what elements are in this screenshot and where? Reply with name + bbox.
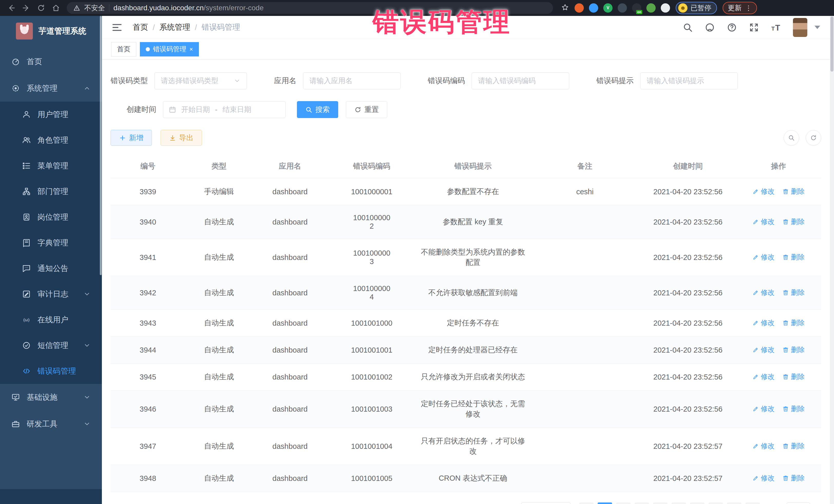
cell-app: dashboard xyxy=(253,178,327,205)
search-icon[interactable] xyxy=(683,22,693,32)
page-button-2[interactable]: 2 xyxy=(616,502,631,504)
next-page-button[interactable] xyxy=(745,502,760,504)
sidebar-item-errcode[interactable]: 错误码管理 xyxy=(0,358,102,384)
page-more-button[interactable]: ••• xyxy=(708,502,723,504)
sidebar-item-audit[interactable]: 审计日志 xyxy=(0,281,102,307)
page-button-4[interactable]: 4 xyxy=(653,502,667,504)
browser-reload-icon[interactable] xyxy=(35,1,48,15)
sidebar-item-dev[interactable]: 研发工具 xyxy=(0,411,102,437)
extension-icon[interactable] xyxy=(618,3,627,13)
github-icon[interactable] xyxy=(705,22,715,32)
edit-link[interactable]: 修改 xyxy=(752,288,775,297)
page-button-3[interactable]: 3 xyxy=(635,502,649,504)
app-name-input[interactable] xyxy=(303,72,400,89)
goto-page-input[interactable] xyxy=(787,502,810,504)
table-row: 3942自动生成dashboard1001000004不允许获取敏感配置到前端2… xyxy=(111,276,821,310)
extension-icon[interactable] xyxy=(646,3,656,13)
edit-link[interactable]: 修改 xyxy=(752,217,775,226)
sidebar-item-post[interactable]: 岗位管理 xyxy=(0,204,102,230)
edit-link[interactable]: 修改 xyxy=(752,345,775,354)
add-button[interactable]: 新增 xyxy=(111,130,152,146)
edit-link[interactable]: 修改 xyxy=(752,474,775,483)
delete-link[interactable]: 删除 xyxy=(783,318,805,327)
sidebar-logo[interactable]: 芋道管理系统 xyxy=(0,16,102,46)
delete-link[interactable]: 删除 xyxy=(783,345,805,354)
edit-icon xyxy=(752,219,759,225)
sidebar-item-dict[interactable]: 字典管理 xyxy=(0,230,102,256)
date-range-picker[interactable]: 开始日期 - 结束日期 xyxy=(163,101,286,118)
edit-icon xyxy=(752,475,759,481)
sidebar-scrollbar-thumb[interactable] xyxy=(100,16,102,275)
prev-page-button[interactable] xyxy=(579,502,594,504)
delete-link[interactable]: 删除 xyxy=(783,404,805,413)
user-avatar[interactable] xyxy=(793,18,807,37)
extension-icon[interactable] xyxy=(589,3,598,13)
sidebar-item-role[interactable]: 角色管理 xyxy=(0,127,102,153)
extension-icon[interactable]: V xyxy=(603,3,613,13)
delete-link[interactable]: 删除 xyxy=(783,474,805,483)
sidebar-item-system[interactable]: 系统管理 xyxy=(0,75,102,102)
delete-link[interactable]: 删除 xyxy=(783,187,805,196)
edit-icon xyxy=(752,188,759,195)
edit-link[interactable]: 修改 xyxy=(752,441,775,451)
page-button-1[interactable]: 1 xyxy=(598,502,612,504)
tab-home[interactable]: 首页 xyxy=(111,42,136,57)
error-code-input[interactable] xyxy=(471,72,569,89)
close-tab-icon[interactable]: × xyxy=(190,46,193,52)
edit-link[interactable]: 修改 xyxy=(752,253,775,262)
browser-profile-chip[interactable]: ☻ 已暂停 xyxy=(676,2,717,14)
window-scrollbar[interactable] xyxy=(830,16,834,504)
sidebar-item-sms[interactable]: 短信管理 xyxy=(0,333,102,358)
breadcrumb-system[interactable]: 系统管理 xyxy=(159,22,190,32)
delete-link[interactable]: 删除 xyxy=(783,372,805,381)
sidebar-item-home[interactable]: 首页 xyxy=(0,48,102,75)
trash-icon xyxy=(783,320,789,326)
export-button[interactable]: 导出 xyxy=(161,130,202,146)
edit-link[interactable]: 修改 xyxy=(752,318,775,327)
browser-menu-icon[interactable]: ⋮ xyxy=(745,4,752,12)
cell-remark xyxy=(530,205,640,239)
hide-search-button[interactable] xyxy=(784,130,799,146)
help-icon[interactable] xyxy=(727,22,737,32)
page-button-5[interactable]: 5 xyxy=(672,502,686,504)
error-type-select[interactable]: 请选择错误码类型 xyxy=(154,72,247,89)
page-button-6[interactable]: 6 xyxy=(690,502,704,504)
refresh-table-button[interactable] xyxy=(806,130,821,146)
delete-link[interactable]: 删除 xyxy=(783,441,805,451)
delete-link[interactable]: 删除 xyxy=(783,217,805,226)
delete-link[interactable]: 删除 xyxy=(783,253,805,262)
bookmark-star-icon[interactable] xyxy=(561,4,569,12)
browser-forward-icon[interactable] xyxy=(20,1,33,15)
reset-button[interactable]: 重置 xyxy=(346,101,387,118)
sidebar-item-notice[interactable]: 通知公告 xyxy=(0,256,102,281)
sidebar-item-infra[interactable]: 基础设施 xyxy=(0,384,102,411)
edit-link[interactable]: 修改 xyxy=(752,187,775,196)
error-hint-input[interactable] xyxy=(640,72,738,89)
extension-icon[interactable]: on xyxy=(632,3,641,13)
edit-link[interactable]: 修改 xyxy=(752,404,775,413)
sidebar-toggle-icon[interactable] xyxy=(112,22,123,33)
page-button-8[interactable]: 8 xyxy=(727,502,741,504)
fullscreen-icon[interactable] xyxy=(749,22,759,32)
edit-link[interactable]: 修改 xyxy=(752,372,775,381)
breadcrumb-home[interactable]: 首页 xyxy=(133,22,148,32)
search-button[interactable]: 搜索 xyxy=(297,101,338,118)
tab-error-code[interactable]: 错误码管理 × xyxy=(140,42,199,57)
browser-back-icon[interactable] xyxy=(5,1,18,15)
browser-home-icon[interactable] xyxy=(49,1,63,15)
cell-remark xyxy=(530,276,640,310)
browser-update-button[interactable]: 更新 ⋮ xyxy=(723,2,757,14)
sidebar-item-online[interactable]: (ω)在线用户 xyxy=(0,307,102,333)
sidebar-item-dept[interactable]: 部门管理 xyxy=(0,179,102,204)
extension-icon[interactable] xyxy=(661,3,670,13)
extension-icons: Von xyxy=(575,3,670,13)
page-size-select[interactable]: 10条/页 xyxy=(521,502,570,504)
user-menu-caret-icon[interactable] xyxy=(814,26,820,29)
delete-link[interactable]: 删除 xyxy=(783,288,805,297)
sidebar-item-menu[interactable]: 菜单管理 xyxy=(0,153,102,179)
refresh-icon xyxy=(810,134,817,141)
extension-icon[interactable] xyxy=(575,3,584,13)
sidebar-item-user[interactable]: 用户管理 xyxy=(0,102,102,127)
font-size-icon[interactable]: TT xyxy=(771,22,781,32)
scrollbar-thumb[interactable] xyxy=(830,17,833,72)
